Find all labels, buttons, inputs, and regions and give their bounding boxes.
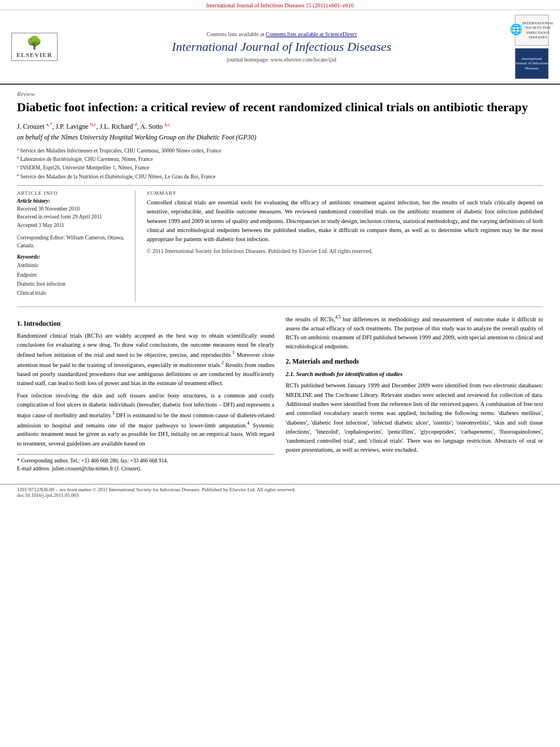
issn-text: 1201-9712/$36.00 – see front matter © 20… [17, 487, 543, 492]
right-logos: 🌐 INTERNATIONAL SOCIETY FOR INFECTIOUS D… [515, 15, 549, 79]
elsevier-brand-text: ELSEVIER [16, 51, 53, 58]
journal-name: International Journal of Infectious Dise… [58, 40, 506, 54]
article-info-label: ARTICLE INFO [17, 190, 127, 196]
body-divider [17, 307, 543, 307]
contents-line: Contents lists available at Contents lis… [58, 31, 506, 37]
introduction-heading: 1. Introduction [17, 318, 274, 329]
sciencedirect-link[interactable]: Contents lists available at ScienceDirec… [266, 31, 357, 37]
copyright-text: © 2011 International Society for Infecti… [147, 248, 543, 254]
elsevier-logo: 🌳 ELSEVIER [11, 33, 58, 61]
journal-homepage: journal homepage: www.elsevier.com/locat… [58, 56, 506, 63]
elsevier-tree-icon: 🌳 [27, 36, 42, 50]
header-divider [17, 185, 543, 186]
editor-info: Corresponding Editor: William Cameron, O… [17, 234, 127, 250]
keywords-section: Keywords: AntibioticEndpointDiabetic foo… [17, 254, 127, 298]
revised-date: Received in revised form 29 April 2011 [17, 213, 127, 221]
right-para2: RCTs published between January 1999 and … [286, 381, 543, 455]
methods-heading: 2. Materials and methods [286, 356, 543, 367]
isid-logo-badge: 🌐 INTERNATIONAL SOCIETY FOR INFECTIOUS D… [515, 15, 549, 46]
article-section-label: Review [17, 90, 543, 97]
article-title: Diabetic foot infection: a critical revi… [17, 99, 543, 116]
main-content: Review Diabetic foot infection: a critic… [0, 85, 560, 478]
history-label: Article history: [17, 198, 127, 204]
footnote-section: * Corresponding author. Tel.: +33 466 66… [17, 454, 274, 473]
bottom-bar: 1201-9712/$36.00 – see front matter © 20… [0, 484, 560, 500]
authors-line: J. Crouzet a,*, J.P. Lavigne b,c, J.L. R… [17, 121, 543, 131]
journal-header: 🌳 ELSEVIER Contents lists available at C… [0, 10, 560, 85]
behalf-line: on behalf of the Nîmes University Hospit… [17, 133, 543, 142]
history-section: Article history: Received 30 November 20… [17, 198, 127, 229]
keywords-label: Keywords: [17, 254, 127, 260]
journal-citation-bar: International Journal of Infectious Dise… [0, 0, 560, 10]
editor-section: Corresponding Editor: William Cameron, O… [17, 234, 127, 250]
summary-label: SUMMARY [147, 190, 543, 196]
right-para1: the results of RCTs,4,5 but differences … [286, 314, 543, 352]
body-left-col: 1. Introduction Randomized clinical tria… [17, 314, 274, 473]
intro-para1: Randomized clinical trials (RCTs) are wi… [17, 331, 274, 388]
journal-title-block: Contents lists available at Contents lis… [58, 31, 506, 63]
accepted-date: Accepted 3 May 2011 [17, 221, 127, 229]
article-info-col: ARTICLE INFO Article history: Received 3… [17, 190, 135, 302]
affiliations: a Service des Maladies Infectieuses et T… [17, 146, 543, 181]
intro-para2: Foot infection involving the skin and so… [17, 391, 274, 448]
footnote-email: E-mail address: julien.crouzet@chu-nimes… [17, 465, 274, 473]
doi-text: doi:10.1016/j.ijid.2011.05.003 [17, 492, 543, 498]
ijid-logo-badge: International Journal of Infectious Dise… [515, 48, 549, 79]
body-right-col: the results of RCTs,4,5 but differences … [286, 314, 543, 473]
footnote-star: * Corresponding author. Tel.: +33 466 66… [17, 457, 274, 465]
summary-text: Controlled clinical trials are essential… [147, 198, 543, 244]
received-date: Received 30 November 2010 [17, 205, 127, 213]
summary-col: SUMMARY Controlled clinical trials are e… [147, 190, 543, 302]
globe-icon: 🌐 [510, 24, 522, 36]
search-subheading: 2.1. Search methods for identification o… [286, 370, 543, 379]
article-info-summary-block: ARTICLE INFO Article history: Received 3… [17, 190, 543, 302]
keywords-list: AntibioticEndpointDiabetic foot infectio… [17, 261, 127, 298]
body-content: 1. Introduction Randomized clinical tria… [17, 314, 543, 473]
